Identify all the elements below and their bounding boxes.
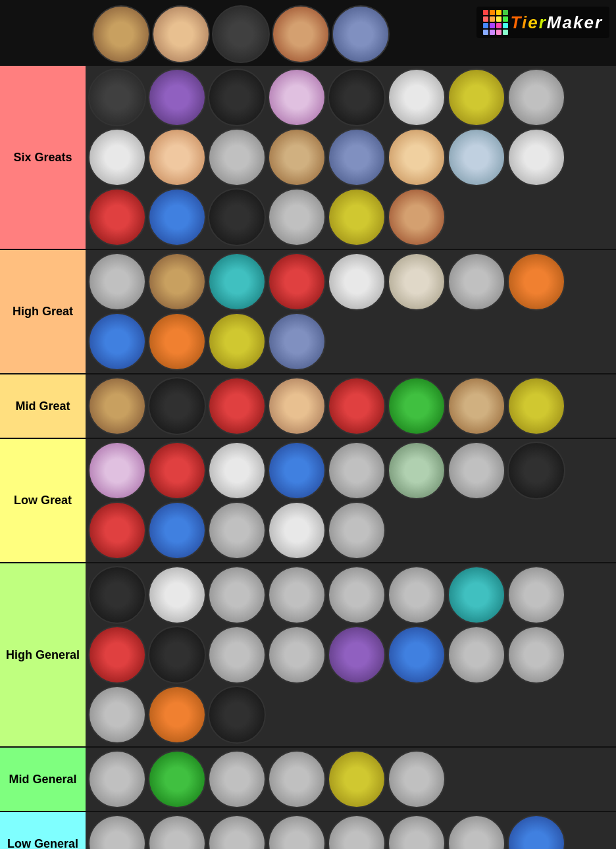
avatar[interactable] [507, 128, 565, 186]
avatar[interactable] [208, 188, 266, 246]
avatar[interactable] [208, 128, 266, 186]
avatar[interactable] [88, 442, 146, 500]
avatar[interactable] [507, 377, 565, 435]
avatar[interactable] [208, 377, 266, 435]
avatar[interactable] [148, 815, 206, 849]
avatar[interactable] [88, 188, 146, 246]
tier-label-low-general: Low General [0, 812, 86, 849]
avatar[interactable] [328, 815, 386, 849]
avatar[interactable] [268, 750, 326, 808]
tier-label-high-general: High General [0, 563, 86, 746]
tiermaker-logo: TierMaker [476, 7, 609, 38]
avatar[interactable] [507, 626, 565, 684]
avatar[interactable] [448, 68, 505, 126]
avatar[interactable] [148, 377, 206, 435]
avatar[interactable] [388, 188, 446, 246]
avatar[interactable] [268, 566, 326, 624]
avatar[interactable] [328, 253, 386, 311]
avatar[interactable] [88, 750, 146, 808]
avatar[interactable] [388, 626, 446, 684]
avatar[interactable] [88, 68, 146, 126]
avatar[interactable] [148, 253, 206, 311]
avatar[interactable] [328, 442, 386, 500]
avatar[interactable] [448, 626, 505, 684]
avatar[interactable] [448, 442, 505, 500]
avatar[interactable] [328, 750, 386, 808]
avatar[interactable] [148, 626, 206, 684]
avatar[interactable] [268, 502, 326, 559]
avatar[interactable] [268, 626, 326, 684]
avatar[interactable] [448, 128, 505, 186]
avatar[interactable] [388, 442, 446, 500]
avatar[interactable] [148, 442, 206, 500]
avatar[interactable] [208, 626, 266, 684]
avatar[interactable] [507, 442, 565, 500]
avatar[interactable] [268, 377, 326, 435]
avatar[interactable] [88, 253, 146, 311]
avatar[interactable] [208, 68, 266, 126]
avatar[interactable] [328, 502, 386, 559]
avatar[interactable] [88, 128, 146, 186]
avatar[interactable] [448, 377, 505, 435]
avatar[interactable] [388, 253, 446, 311]
avatar[interactable] [208, 502, 266, 559]
avatar[interactable] [332, 5, 390, 63]
avatar[interactable] [328, 68, 386, 126]
avatar[interactable] [388, 128, 446, 186]
avatar[interactable] [92, 5, 150, 63]
tier-content-six-greats [86, 66, 616, 249]
avatar[interactable] [328, 188, 386, 246]
avatar[interactable] [88, 626, 146, 684]
avatar[interactable] [268, 188, 326, 246]
avatar[interactable] [208, 815, 266, 849]
avatar[interactable] [148, 502, 206, 559]
avatar[interactable] [507, 68, 565, 126]
avatar[interactable] [148, 566, 206, 624]
tier-row-high-general: High General [0, 563, 616, 748]
avatar[interactable] [268, 313, 326, 371]
avatar[interactable] [388, 377, 446, 435]
avatar[interactable] [507, 253, 565, 311]
avatar[interactable] [88, 377, 146, 435]
avatar[interactable] [208, 566, 266, 624]
avatar[interactable] [208, 313, 266, 371]
avatar[interactable] [208, 750, 266, 808]
avatar[interactable] [507, 815, 565, 849]
avatar[interactable] [328, 566, 386, 624]
avatar[interactable] [268, 68, 326, 126]
tier-label-mid-great: Mid Great [0, 374, 86, 438]
avatar[interactable] [148, 68, 206, 126]
avatar[interactable] [268, 815, 326, 849]
avatar[interactable] [448, 815, 505, 849]
avatar[interactable] [507, 566, 565, 624]
avatar[interactable] [148, 128, 206, 186]
avatar[interactable] [148, 686, 206, 744]
avatar[interactable] [88, 815, 146, 849]
avatar[interactable] [328, 377, 386, 435]
avatar[interactable] [328, 128, 386, 186]
avatar[interactable] [88, 502, 146, 559]
avatar[interactable] [208, 253, 266, 311]
avatar[interactable] [388, 815, 446, 849]
avatar[interactable] [148, 313, 206, 371]
avatar[interactable] [208, 442, 266, 500]
avatar[interactable] [88, 566, 146, 624]
avatar[interactable] [268, 128, 326, 186]
avatar[interactable] [388, 566, 446, 624]
avatar[interactable] [388, 750, 446, 808]
avatar[interactable] [148, 750, 206, 808]
avatar[interactable] [148, 188, 206, 246]
avatar[interactable] [152, 5, 210, 63]
avatar[interactable] [448, 253, 505, 311]
avatar[interactable] [272, 5, 330, 63]
avatar[interactable] [388, 68, 446, 126]
avatar[interactable] [448, 566, 505, 624]
avatar[interactable] [268, 253, 326, 311]
tier-row-six-greats: Six Greats [0, 66, 616, 250]
avatar[interactable] [212, 5, 270, 63]
avatar[interactable] [88, 313, 146, 371]
avatar[interactable] [328, 626, 386, 684]
avatar[interactable] [268, 442, 326, 500]
avatar[interactable] [88, 686, 146, 744]
avatar[interactable] [208, 686, 266, 744]
